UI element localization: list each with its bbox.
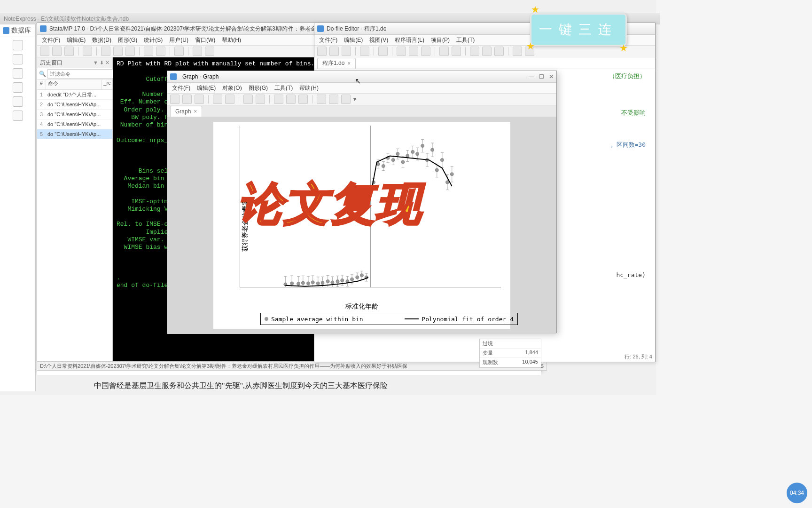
g-rename-icon[interactable] — [225, 95, 234, 104]
df-menu-edit[interactable]: 编辑(E) — [344, 36, 363, 44]
graph-icon[interactable] — [113, 47, 123, 56]
g-save-icon[interactable] — [182, 95, 192, 104]
dofile-app-icon — [317, 25, 324, 32]
svg-point-102 — [382, 165, 385, 168]
db-tool-5[interactable] — [13, 96, 23, 107]
df-open-icon[interactable] — [329, 47, 339, 56]
svg-point-70 — [341, 278, 344, 282]
df-redo-icon[interactable] — [452, 47, 461, 56]
df-cut-icon[interactable] — [397, 47, 406, 56]
more-icon[interactable] — [205, 47, 214, 56]
history-row[interactable]: 1doedit "D:\个人日常... — [37, 90, 112, 100]
menu-user[interactable]: 用户(U) — [169, 36, 188, 44]
df-menu-file[interactable]: 文件(F) — [319, 36, 337, 44]
varmanager-icon[interactable] — [174, 47, 184, 56]
svg-point-150 — [440, 159, 444, 162]
svg-point-158 — [450, 173, 453, 176]
db-tool-3[interactable] — [13, 68, 23, 79]
close-icon[interactable]: ✕ — [105, 60, 109, 66]
menu-file[interactable]: 文件(F) — [42, 36, 60, 44]
property-row: 观测数10,045 — [480, 358, 541, 367]
g-menu-edit[interactable]: 编辑(E) — [197, 84, 216, 92]
maximize-icon[interactable]: ☐ — [539, 73, 544, 80]
open-icon[interactable] — [40, 47, 49, 56]
g-menu-help[interactable]: 帮助(H) — [299, 84, 319, 92]
close-window-icon[interactable]: ✕ — [549, 73, 554, 80]
svg-point-62 — [331, 281, 334, 284]
dofile-toolbar — [314, 46, 655, 57]
save-icon[interactable] — [52, 47, 62, 56]
databrowser-icon[interactable] — [156, 47, 165, 56]
g-menu-graph[interactable]: 图形(G) — [249, 84, 268, 92]
dofile-tab[interactable]: 程序1.do× — [317, 58, 356, 69]
df-save-icon[interactable] — [342, 47, 351, 56]
x-axis-label: 标准化年龄 — [213, 302, 510, 311]
g-copy-icon[interactable] — [213, 95, 222, 104]
video-overlay-text: 论文复现 — [238, 174, 422, 235]
g-menu-file[interactable]: 文件(F) — [172, 84, 190, 92]
viewer-icon[interactable] — [101, 47, 110, 56]
log-icon[interactable] — [83, 47, 92, 56]
df-run-icon[interactable] — [513, 47, 522, 56]
g-redo-icon[interactable] — [298, 95, 308, 104]
graph-tab[interactable]: Graph× — [170, 106, 202, 117]
like-badge[interactable]: 一键三连 — [530, 13, 627, 46]
db-tool-1[interactable] — [13, 40, 23, 50]
menu-help[interactable]: 帮助(H) — [222, 36, 241, 44]
minimize-icon[interactable]: — — [529, 73, 534, 80]
svg-point-134 — [421, 144, 424, 148]
graph-tab-close-icon[interactable]: × — [194, 108, 197, 115]
df-bookmark-icon[interactable] — [470, 47, 479, 56]
menu-edit[interactable]: 编辑(E) — [67, 36, 86, 44]
g-prop-icon[interactable] — [256, 95, 265, 104]
db-tool-4[interactable] — [13, 82, 23, 93]
history-row[interactable]: 2do "C:\Users\HYK\Ap... — [37, 100, 112, 110]
svg-point-78 — [351, 278, 354, 281]
menu-data[interactable]: 数据(D) — [92, 36, 111, 44]
df-print-icon[interactable] — [360, 47, 369, 56]
g-record-icon[interactable] — [317, 95, 326, 104]
g-menu-obj[interactable]: 对象(O) — [222, 84, 242, 92]
df-new-icon[interactable] — [317, 47, 327, 56]
df-menu-tools[interactable]: 工具(T) — [456, 36, 475, 44]
g-editor-icon[interactable] — [243, 95, 253, 104]
df-menu-view[interactable]: 视图(V) — [369, 36, 388, 44]
dataeditor-icon[interactable] — [144, 47, 153, 56]
g-open-icon[interactable] — [170, 95, 180, 104]
db-tool-6[interactable] — [13, 111, 23, 121]
df-paste-icon[interactable] — [421, 47, 430, 56]
history-filter-input[interactable] — [47, 69, 117, 79]
df-copy-icon[interactable] — [409, 47, 418, 56]
df-find-icon[interactable] — [378, 47, 388, 56]
menu-stats[interactable]: 统计(S) — [144, 36, 163, 44]
g-pause-icon[interactable] — [329, 95, 338, 104]
dofile-icon[interactable] — [125, 47, 135, 56]
g-undo-icon[interactable] — [286, 95, 296, 104]
df-bookmark3-icon[interactable] — [494, 47, 504, 56]
svg-point-86 — [360, 274, 363, 277]
g-pointer-icon[interactable] — [274, 95, 283, 104]
filter-icon[interactable]: ▼ — [93, 60, 98, 66]
property-row: 过境 — [480, 339, 541, 349]
df-undo-icon[interactable] — [439, 47, 449, 56]
df-bookmark2-icon[interactable] — [482, 47, 492, 56]
tab-close-icon[interactable]: × — [347, 60, 351, 67]
svg-point-58 — [326, 280, 329, 283]
g-play-icon[interactable] — [341, 95, 351, 104]
print-icon[interactable] — [64, 47, 74, 56]
graph-menubar[interactable]: 文件(F) 编辑(E) 对象(O) 图形(G) 工具(T) 帮助(H) — [167, 83, 556, 94]
svg-point-50 — [316, 282, 320, 285]
db-tool-2[interactable] — [13, 54, 23, 64]
df-menu-proj[interactable]: 项目(P) — [431, 36, 450, 44]
svg-point-118 — [401, 160, 405, 164]
history-row[interactable]: 3do "C:\Users\HYK\Ap... — [37, 110, 112, 119]
history-row[interactable]: 4do "C:\Users\HYK\Ap... — [37, 119, 112, 129]
g-print-icon[interactable] — [195, 95, 204, 104]
menu-graph[interactable]: 图形(G) — [118, 36, 137, 44]
menu-window[interactable]: 窗口(W) — [195, 36, 215, 44]
g-menu-tools[interactable]: 工具(T) — [274, 84, 293, 92]
pin-icon[interactable]: ⬇ — [100, 60, 104, 66]
df-menu-lang[interactable]: 程序语言(L) — [395, 36, 424, 44]
break-icon[interactable] — [193, 47, 202, 56]
history-row[interactable]: 5do "C:\Users\HYK\Ap... — [37, 129, 112, 139]
